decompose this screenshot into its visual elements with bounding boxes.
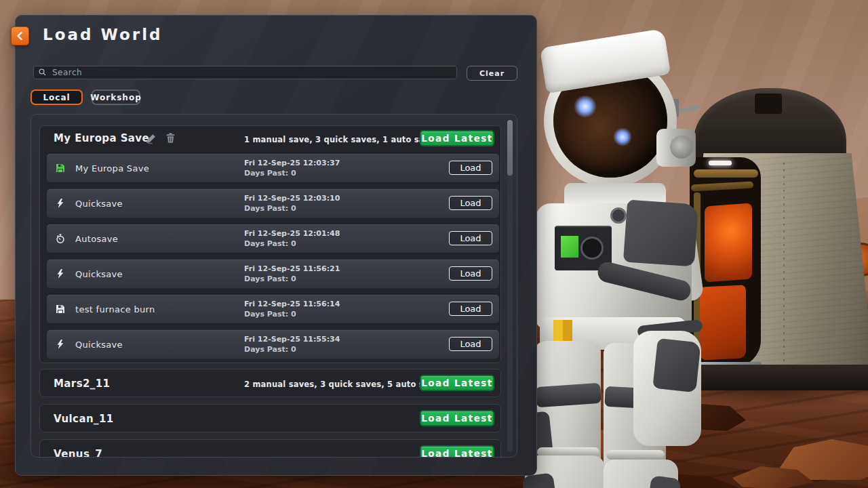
quicksave-icon <box>55 268 66 279</box>
load-button[interactable]: Load <box>449 161 492 175</box>
delete-icon[interactable] <box>165 132 176 144</box>
save-row: Autosave Fri 12-Sep-25 12:01:48 Days Pas… <box>47 224 499 253</box>
load-button[interactable]: Load <box>449 266 492 281</box>
search-icon <box>38 68 47 77</box>
save-name: My Europa Save <box>75 163 149 174</box>
helmet-side-port <box>656 129 696 167</box>
load-button[interactable]: Load <box>449 231 492 245</box>
save-timestamp: Fri 12-Sep-25 11:56:21 Days Past: 0 <box>244 264 340 285</box>
suit-glove <box>633 331 701 446</box>
save-row: Quicksave Fri 12-Sep-25 12:03:10 Days Pa… <box>47 189 499 218</box>
world-name: Mars2_11 <box>54 378 110 390</box>
page-title: Load World <box>43 26 163 43</box>
load-latest-button[interactable]: Load Latest <box>420 130 494 146</box>
screen: Load World Clear Local Workshop My Europ… <box>0 0 868 488</box>
tab-local[interactable]: Local <box>31 89 83 105</box>
search-input[interactable] <box>51 67 456 78</box>
clear-button[interactable]: Clear <box>467 66 517 81</box>
load-latest-button[interactable]: Load Latest <box>420 445 494 458</box>
search-bar <box>33 66 457 79</box>
autosave-icon <box>55 233 66 244</box>
save-row: My Europa Save Fri 12-Sep-25 12:03:37 Da… <box>47 154 499 182</box>
save-timestamp: Fri 12-Sep-25 12:01:48 Days Past: 0 <box>244 228 340 249</box>
load-button[interactable]: Load <box>449 337 492 351</box>
load-latest-button[interactable]: Load Latest <box>420 375 494 391</box>
world-name: Vulcan_11 <box>54 413 114 425</box>
glove-panel <box>652 338 701 392</box>
save-timestamp: Fri 12-Sep-25 12:03:37 Days Past: 0 <box>244 158 340 179</box>
load-world-panel: Load World Clear Local Workshop My Europ… <box>15 15 537 476</box>
world-card-vulcan-11[interactable]: Vulcan_11 Load Latest <box>39 404 501 432</box>
green-status-led <box>561 236 578 258</box>
world-name: My Europa Save <box>54 132 149 144</box>
save-timestamp: Fri 12-Sep-25 12:03:10 Days Past: 0 <box>244 193 340 214</box>
scrollbar-track[interactable] <box>507 120 513 452</box>
save-name: Quicksave <box>75 340 123 350</box>
save-row: Quicksave Fri 12-Sep-25 11:56:21 Days Pa… <box>47 260 499 288</box>
capsule-rivet-seam <box>783 163 785 366</box>
save-summary: 1 manual save, 3 quick saves, 1 auto sav… <box>244 135 435 144</box>
back-button[interactable] <box>11 26 29 45</box>
visor-light-glow <box>613 127 632 146</box>
save-name: test furnace burn <box>75 304 155 314</box>
capsule-top-notch <box>755 94 782 114</box>
visor-light-glow <box>574 95 597 118</box>
save-name: Autosave <box>75 234 118 244</box>
world-list: My Europa Save 1 manual save, 3 quick sa… <box>31 114 517 458</box>
load-latest-button[interactable]: Load Latest <box>420 410 494 426</box>
save-timestamp: Fri 12-Sep-25 11:55:34 Days Past: 0 <box>244 334 340 355</box>
torso-port <box>610 207 627 224</box>
save-name: Quicksave <box>75 199 123 209</box>
suit-shoulder-panel <box>623 199 698 266</box>
quicksave-icon <box>55 339 66 350</box>
save-name: Quicksave <box>75 269 123 279</box>
world-name: Venus_7 <box>54 448 102 458</box>
chevron-left-icon <box>15 30 26 41</box>
rename-icon[interactable] <box>145 133 157 144</box>
save-summary: 2 manual saves, 3 quick saves, 5 auto sa… <box>244 380 445 389</box>
quicksave-icon <box>55 198 66 209</box>
boot <box>604 460 678 488</box>
world-card-mars2-11[interactable]: Mars2_11 2 manual saves, 3 quick saves, … <box>39 369 501 397</box>
manual-save-icon <box>55 163 66 174</box>
load-button[interactable]: Load <box>449 302 492 316</box>
save-row: Quicksave Fri 12-Sep-25 11:55:34 Days Pa… <box>47 330 499 359</box>
tab-workshop[interactable]: Workshop <box>92 89 140 105</box>
world-card-venus-7[interactable]: Venus_7 Load Latest <box>39 439 501 458</box>
astronaut <box>524 33 727 488</box>
ankle-ring <box>606 450 665 460</box>
world-card-my-europa-save: My Europa Save 1 manual save, 3 quick sa… <box>39 125 501 363</box>
chest-lens <box>580 237 604 260</box>
save-timestamp: Fri 12-Sep-25 11:56:14 Days Past: 0 <box>244 299 340 320</box>
load-button[interactable]: Load <box>449 196 492 210</box>
save-row: test furnace burn Fri 12-Sep-25 11:56:14… <box>47 295 499 323</box>
scrollbar-thumb[interactable] <box>507 120 513 176</box>
manual-save-icon <box>55 304 66 314</box>
